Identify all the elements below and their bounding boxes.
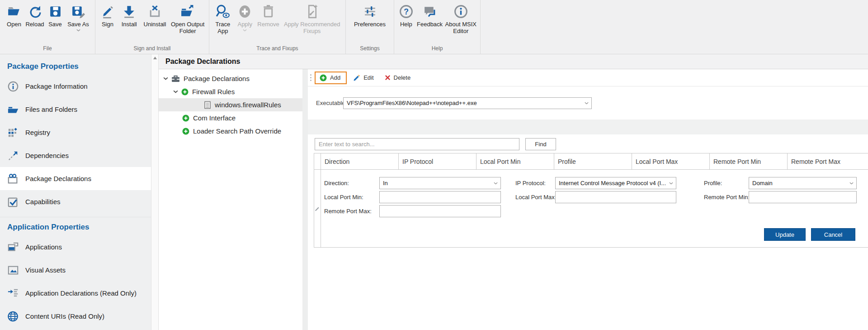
sidebar-item-applications[interactable]: Applications [0,235,151,258]
sidebar-item-package-declarations[interactable]: Package Declarations [0,167,151,190]
apply-button[interactable]: Apply [234,3,256,45]
globe-icon [7,310,19,323]
add-button-label: Add [330,74,340,81]
edit-pencil-icon [353,74,360,81]
reload-button[interactable]: Reload [24,3,45,45]
local-port-min-input[interactable] [379,191,501,203]
toolbar-grip-handle[interactable] [310,74,311,81]
fixups-document-icon [305,4,320,19]
edit-button[interactable]: Edit [349,72,378,84]
image-icon [7,264,19,277]
column-header-direction[interactable]: Direction [321,153,399,169]
tree-node-package-declarations[interactable]: Package Declarations [159,72,302,85]
editing-pencil-icon [315,206,320,211]
chevron-down-icon[interactable] [163,77,168,80]
column-header-remote-port-max[interactable]: Remote Port Max [788,153,868,169]
uninstall-button-label: Uninstall [144,21,166,28]
column-header-local-port-max[interactable]: Local Port Max [632,153,710,169]
sign-button[interactable]: Sign [98,3,118,45]
chevron-down-icon[interactable] [76,29,80,32]
content: Package Declarations Package Declaration… [158,54,868,330]
executable-label: Executable [316,100,343,106]
sidebar-item-application-declarations[interactable]: Application Declarations (Read Only) [0,282,151,305]
open-button[interactable]: Open [4,3,24,45]
chevron-down-icon[interactable] [581,102,591,105]
sidebar-item-content-uris[interactable]: Content URIs (Read Only) [0,305,151,328]
sidebar-item-capabilities[interactable]: Capabilities [0,190,151,213]
sidebar-item-label: Content URIs (Read Only) [25,312,104,320]
sidebar-item-label: Files and Folders [25,105,77,113]
remove-trash-icon [261,4,276,19]
help-button[interactable]: ? Help [396,3,416,45]
about-msix-editor-button[interactable]: About MSIX Editor [444,3,478,45]
sidebar-item-label: Package Information [25,82,88,90]
search-input[interactable] [315,138,519,150]
local-port-max-input[interactable] [555,191,676,203]
sidebar-item-package-information[interactable]: Package Information [0,75,151,98]
profile-label: Profile: [702,180,749,187]
open-output-folder-button[interactable]: Open Output Folder [169,3,207,45]
ribbon-group-help-label: Help [394,45,480,54]
chevron-down-icon[interactable] [173,90,178,93]
chevron-down-icon[interactable] [846,182,856,185]
open-output-folder-icon [180,4,195,19]
save-button[interactable]: Save [45,3,65,45]
profile-combobox[interactable]: Domain [749,177,857,189]
open-button-label: Open [7,21,21,28]
sidebar-item-registry[interactable]: Registry [0,121,151,144]
document-icon [204,101,211,109]
ribbon-group-settings-label: Settings [346,45,394,54]
panel-gap [308,120,868,134]
remove-button[interactable]: Remove [256,3,281,45]
folder-icon [7,103,19,116]
chevron-down-icon[interactable] [491,182,500,185]
feedback-button[interactable]: Feedback [416,3,444,45]
executable-value: VFS\ProgramFilesX86\Notepad++\notepad++.… [344,100,581,106]
tree-node-loader-search-path-override[interactable]: Loader Search Path Override [159,124,302,138]
direction-combobox[interactable]: In [379,177,501,189]
add-button[interactable]: Add [315,72,347,84]
rules-toolbar: Add Edit Delete [308,69,868,86]
column-header-local-port-min[interactable]: Local Port Min [476,153,554,169]
save-as-button-label: Save As [67,21,89,28]
find-button[interactable]: Find [525,138,556,150]
uninstall-button[interactable]: Uninstall [141,3,169,45]
delete-button[interactable]: Delete [380,72,415,83]
sidebar-scrollbar[interactable] [151,54,158,330]
trace-app-button[interactable]: Trace App [212,3,234,45]
preferences-button[interactable]: Preferences [351,3,389,45]
chevron-down-icon[interactable] [243,29,247,32]
edit-row: Direction: In IP Protocol: Internet Cont… [314,170,868,247]
ribbon-spacer [481,0,868,54]
update-button[interactable]: Update [764,228,806,241]
executable-row: Executable VFS\ProgramFilesX86\Notepad++… [308,86,868,120]
sidebar-item-dependencies[interactable]: Dependencies [0,144,151,167]
executable-combobox[interactable]: VFS\ProgramFilesX86\Notepad++\notepad++.… [343,97,592,109]
sidebar-item-files-and-folders[interactable]: Files and Folders [0,98,151,121]
tree-node-com-interface[interactable]: Com Interface [159,111,302,124]
column-header-ip-protocol[interactable]: IP Protocol [399,153,476,169]
preferences-sliders-icon [363,4,377,19]
local-port-min-label: Local Port Min: [322,194,379,201]
sidebar-item-visual-assets[interactable]: Visual Assets [0,258,151,282]
remote-port-max-input[interactable] [379,205,501,217]
column-header-profile[interactable]: Profile [554,153,632,169]
save-as-button[interactable]: Save As [65,3,91,45]
delete-x-icon [385,75,391,81]
chevron-down-icon[interactable] [666,182,676,185]
sidebar-item-label: Package Declarations [25,175,91,182]
tree-node-firewall-rules[interactable]: Firewall Rules [159,85,302,98]
panel-splitter[interactable] [302,69,308,330]
remote-port-min-input[interactable] [749,191,857,203]
apply-recommended-fixups-button[interactable]: Apply Recommended Fixups [281,3,343,45]
scroll-up-icon[interactable] [153,57,157,59]
cancel-button[interactable]: Cancel [811,228,855,241]
tree-node-windows-firewallrules[interactable]: windows.firewallRules [159,98,302,111]
application-window-icon [7,241,19,253]
ribbon-group-trace-fixups: Trace App Apply Remove Apply Recommended… [209,0,346,54]
ip-protocol-combobox[interactable]: Internet Control Message Protocol v4 (I.… [555,177,676,189]
install-button[interactable]: Install [118,3,141,45]
local-port-max-label: Local Port Max: [513,194,555,201]
delete-button-label: Delete [394,74,411,81]
column-header-remote-port-min[interactable]: Remote Port Min [710,153,788,169]
